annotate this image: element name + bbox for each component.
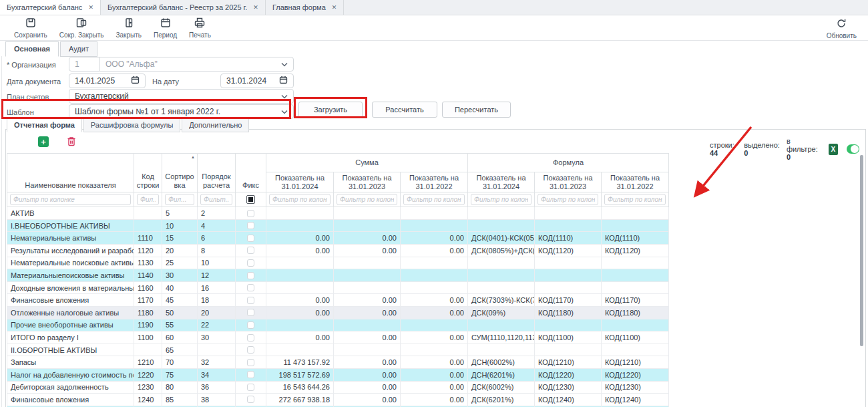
close-icon[interactable]: ✕	[253, 4, 258, 11]
table-row[interactable]: АКТИВ52	[7, 207, 669, 220]
tab-balance[interactable]: Бухгалтерский баланс ✕	[0, 0, 101, 15]
cell-sum-2023: 0.00	[334, 294, 401, 307]
tab-additional[interactable]: Дополнительно	[182, 118, 249, 132]
table-row[interactable]: ИТОГО по разделу I110060300.000.000.00СУ…	[7, 331, 669, 344]
table-row[interactable]: Налог на добавленную стоимость по пр...1…	[7, 369, 669, 382]
doc-date-input[interactable]: 14.01.2025	[69, 74, 146, 88]
cell-code: 1240	[134, 394, 162, 406]
table-row[interactable]: Результаты исследований и разработок1120…	[7, 245, 669, 257]
tab-main-form[interactable]: Главная форма ✕	[266, 0, 344, 15]
filter-input-name[interactable]	[10, 194, 131, 205]
fix-checkbox[interactable]	[247, 272, 254, 279]
filter-input-sort[interactable]	[165, 194, 194, 205]
filter-input-formula-2023[interactable]	[537, 194, 598, 205]
cell-formula-2022	[602, 219, 669, 232]
table-row[interactable]: Финансовые вложения12408538272 667 938.1…	[7, 394, 669, 406]
save-close-button[interactable]: Сокр. Закрыть	[59, 17, 104, 39]
recalculate-button[interactable]: Пересчитать	[442, 102, 511, 118]
col-header-order[interactable]: Порядок расчета	[198, 154, 236, 192]
close-icon[interactable]: ✕	[88, 4, 93, 11]
filter-input-order[interactable]	[200, 194, 232, 205]
cell-code: 1110	[134, 232, 162, 245]
export-excel-button[interactable]: X	[829, 144, 837, 155]
table-row[interactable]: Запасы1210703211 473 157.920.000.00ДСН(6…	[7, 356, 669, 369]
table-row[interactable]: I.ВНЕОБОРОТНЫЕ АКТИВЫ104	[7, 219, 669, 232]
fix-checkbox[interactable]	[247, 297, 254, 304]
fix-checkbox[interactable]	[247, 235, 254, 242]
org-select[interactable]: ООО "Альфа"	[99, 57, 294, 72]
calculate-button[interactable]: Рассчитать	[372, 102, 437, 118]
filter-input-formula-2024[interactable]	[471, 194, 531, 205]
fix-checkbox[interactable]	[247, 210, 254, 217]
col-header-formula-2023[interactable]: Показатель на 31.01.2023	[535, 172, 602, 192]
filter-toggle[interactable]	[847, 144, 860, 154]
col-header-sum-2023[interactable]: Показатель на 31.01.2023	[334, 172, 401, 192]
refresh-button[interactable]: Обновить	[827, 18, 857, 39]
filter-input-code[interactable]	[137, 194, 159, 205]
on-date-input[interactable]: 31.01.2024	[220, 74, 294, 88]
fix-checkbox[interactable]	[247, 371, 254, 378]
toolbar: Сохранить Сокр. Закрыть Закрыть Период П…	[0, 15, 868, 41]
table-row[interactable]: Нематериальные активы11101560.000.000.00…	[7, 232, 669, 245]
save-button[interactable]: Сохранить	[14, 17, 47, 39]
filter-input-formula-2022[interactable]	[604, 194, 666, 205]
table-row[interactable]: II.ОБОРОТНЫЕ АКТИВЫ65	[7, 344, 669, 356]
table-row[interactable]: Нематериальные поисковые активы11302510	[7, 257, 669, 269]
fix-checkbox[interactable]	[247, 284, 254, 291]
filter-input-sum-2024[interactable]	[269, 194, 331, 205]
tab-balance-registry[interactable]: Бухгалтерский баланс - Реестр за 2025 г.…	[101, 0, 266, 15]
table-row[interactable]: Финансовые вложения117045180.000.000.00Д…	[7, 294, 669, 307]
col-header-formula-2024[interactable]: Показатель на 31.01.2024	[468, 172, 535, 192]
vertical-scrollbar[interactable]	[860, 155, 863, 346]
table-row[interactable]: Материальныепоисковые активы11403012	[7, 269, 669, 282]
col-header-formula-2022[interactable]: Показатель на 31.01.2022	[602, 172, 669, 192]
fix-checkbox[interactable]	[247, 346, 254, 354]
fix-checkbox[interactable]	[247, 222, 254, 229]
filter-input-sum-2023[interactable]	[337, 194, 397, 205]
col-header-fix[interactable]: Фикс	[236, 154, 266, 192]
tab-audit[interactable]: Аудит	[60, 41, 97, 57]
table-row[interactable]: Доходные вложения в материальные ц...116…	[7, 281, 669, 294]
fix-checkbox[interactable]	[247, 359, 254, 366]
cell-sum-2024	[266, 257, 334, 269]
col-header-sort[interactable]: ▲ Сортировка	[162, 154, 198, 192]
fix-checkbox[interactable]	[247, 384, 254, 391]
table-row[interactable]: Дебиторская задолженность1230803616 543 …	[7, 381, 669, 394]
cell-sum-2024: 0.00	[266, 245, 334, 257]
trash-icon	[66, 138, 77, 149]
col-header-sum-2024[interactable]: Показатель на 31.01.2024	[266, 172, 334, 192]
col-header-code[interactable]: Код строки	[134, 154, 162, 192]
cell-formula-2023	[535, 269, 602, 282]
fix-checkbox[interactable]	[247, 334, 254, 342]
table-row[interactable]: Отложенные налоговые активы118050200.000…	[7, 307, 669, 319]
cell-sum-2023	[334, 319, 401, 331]
fix-header-checkbox[interactable]	[246, 195, 255, 204]
cell-sort: 80	[162, 381, 198, 394]
cell-name: I.ВНЕОБОРОТНЫЕ АКТИВЫ	[7, 219, 134, 232]
col-header-name[interactable]: Наименование показателя	[7, 154, 134, 192]
fix-checkbox[interactable]	[247, 247, 254, 254]
table-row[interactable]: Прочие внеоборотные активы11905522	[7, 319, 669, 331]
tab-formula-decode[interactable]: Расшифровка формулы	[83, 118, 180, 132]
chevron-down-icon[interactable]	[281, 59, 288, 69]
fix-checkbox[interactable]	[247, 309, 254, 316]
fix-checkbox[interactable]	[247, 396, 254, 403]
org-code-field[interactable]: 1	[69, 57, 100, 72]
delete-row-button[interactable]	[66, 136, 77, 150]
filter-input-sum-2022[interactable]	[403, 194, 465, 205]
calendar-icon[interactable]	[279, 76, 288, 86]
close-button[interactable]: Закрыть	[116, 17, 142, 39]
calendar-icon[interactable]	[131, 76, 140, 86]
close-icon[interactable]: ✕	[332, 4, 337, 11]
fix-checkbox[interactable]	[247, 259, 254, 267]
print-button[interactable]: Печать	[189, 17, 211, 39]
tab-main[interactable]: Основная	[5, 41, 59, 57]
cell-formula-2023: КОД(1110)	[535, 232, 602, 245]
add-row-button[interactable]: +	[38, 136, 49, 147]
tab-report-form[interactable]: Отчетная форма	[7, 118, 82, 132]
cell-formula-2023: КОД(1170)	[535, 294, 602, 307]
period-button[interactable]: Период	[154, 17, 177, 39]
col-header-sum-2022[interactable]: Показатель на 31.01.2022	[401, 172, 468, 192]
fix-checkbox[interactable]	[247, 321, 254, 329]
doc-date-value: 14.01.2025	[75, 76, 115, 86]
